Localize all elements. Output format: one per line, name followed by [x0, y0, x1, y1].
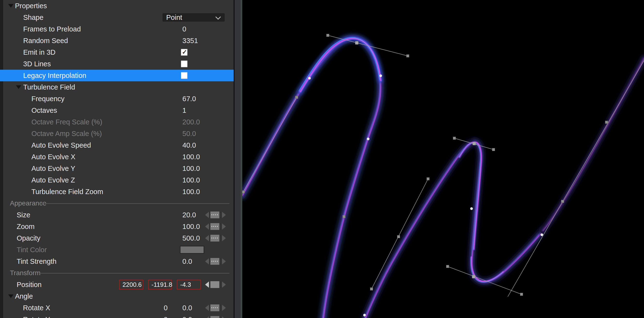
- property-value[interactable]: 100.0: [182, 223, 200, 231]
- path-knot-square[interactable]: [355, 41, 358, 45]
- stepper-right-arrow-icon[interactable]: [222, 212, 226, 218]
- stepper-drag-handle[interactable]: [210, 281, 219, 288]
- stepper-drag-handle[interactable]: ····: [210, 223, 219, 230]
- panel-scrollbar-track[interactable]: [234, 0, 240, 318]
- bezier-handle-square[interactable]: [397, 235, 400, 238]
- stepper-drag-handle[interactable]: ····: [210, 235, 219, 242]
- angle-int-value[interactable]: 0: [145, 304, 168, 312]
- tint-color-swatch[interactable]: [180, 246, 204, 254]
- property-value[interactable]: 50.0: [182, 130, 196, 138]
- row-rotate-x[interactable]: Rotate X00.0····: [0, 302, 234, 314]
- path-point-dot[interactable]: [540, 234, 543, 236]
- path-knot-square[interactable]: [473, 142, 476, 145]
- row-octaves[interactable]: Octaves1: [0, 105, 234, 116]
- row-random-seed[interactable]: Random Seed3351: [0, 35, 234, 47]
- property-value[interactable]: 40.0: [182, 141, 196, 149]
- disclosure-triangle-icon[interactable]: [16, 85, 21, 89]
- path-point-dot[interactable]: [363, 314, 366, 316]
- row-auto-evolve-x[interactable]: Auto Evolve X100.0: [0, 151, 234, 163]
- bezier-handle-line[interactable]: [508, 61, 644, 297]
- stepper-drag-handle[interactable]: ····: [210, 304, 219, 311]
- row-properties[interactable]: Properties: [0, 0, 234, 12]
- row-position[interactable]: Position2200.6-1191.8-4.3: [0, 279, 234, 290]
- row-octave-amp-scale[interactable]: Octave Amp Scale (%)50.0: [0, 128, 234, 139]
- stepper-left-arrow-icon[interactable]: [205, 316, 209, 318]
- checkbox[interactable]: [181, 61, 188, 67]
- row-transform[interactable]: Transform: [0, 267, 234, 279]
- row-auto-evolve-speed[interactable]: Auto Evolve Speed40.0: [0, 139, 234, 151]
- stepper-left-arrow-icon[interactable]: [205, 212, 209, 218]
- stepper-left-arrow-icon[interactable]: [205, 305, 209, 311]
- row-angle[interactable]: Angle: [0, 290, 234, 302]
- property-value[interactable]: 500.0: [182, 234, 200, 242]
- bezier-handle-line[interactable]: [372, 179, 428, 289]
- path-point-dot[interactable]: [380, 75, 382, 77]
- checkbox[interactable]: [181, 72, 188, 79]
- stepper-right-arrow-icon[interactable]: [222, 235, 226, 241]
- bezier-handle-square[interactable]: [343, 215, 346, 218]
- bezier-handle-square[interactable]: [406, 55, 409, 57]
- property-value[interactable]: 20.0: [182, 211, 196, 219]
- position-value-z[interactable]: -4.3: [177, 280, 201, 289]
- row-zoom[interactable]: Zoom100.0····: [0, 221, 234, 232]
- bezier-handle-square[interactable]: [427, 178, 430, 180]
- position-value-x[interactable]: 2200.6: [119, 280, 143, 289]
- row-emit-in-3d[interactable]: Emit in 3D: [0, 47, 234, 58]
- bezier-handle-square[interactable]: [492, 148, 495, 151]
- property-value[interactable]: 100.0: [182, 165, 200, 173]
- property-value[interactable]: 200.0: [182, 118, 200, 126]
- disclosure-triangle-icon[interactable]: [8, 4, 14, 8]
- shape-dropdown[interactable]: Point: [162, 13, 225, 22]
- stepper-right-arrow-icon[interactable]: [222, 258, 226, 264]
- position-value-y[interactable]: -1191.8: [148, 280, 172, 289]
- row-auto-evolve-z[interactable]: Auto Evolve Z100.0: [0, 174, 234, 186]
- property-value[interactable]: 100.0: [182, 153, 200, 161]
- stepper-drag-handle[interactable]: ····: [210, 258, 219, 265]
- stepper-left-arrow-icon[interactable]: [205, 281, 209, 288]
- stepper-left-arrow-icon[interactable]: [205, 258, 209, 264]
- bezier-handle-square[interactable]: [605, 121, 608, 124]
- row-turbulence-field[interactable]: Turbulence Field: [0, 81, 234, 93]
- stepper-left-arrow-icon[interactable]: [205, 235, 209, 241]
- bezier-handle-square[interactable]: [453, 137, 456, 140]
- angle-int-value[interactable]: 0: [145, 315, 168, 318]
- property-value[interactable]: 3351: [182, 37, 198, 45]
- property-value[interactable]: 100.0: [182, 176, 200, 184]
- row-frames-to-preload[interactable]: Frames to Preload0: [0, 23, 234, 35]
- row-turbulence-field-zoom[interactable]: Turbulence Field Zoom100.0: [0, 186, 234, 198]
- row-size[interactable]: Size20.0····: [0, 209, 234, 221]
- checkbox[interactable]: [181, 49, 188, 56]
- property-value[interactable]: 0.0: [182, 257, 192, 265]
- row-legacy-interpolation[interactable]: Legacy Interpolation: [0, 70, 234, 81]
- property-value[interactable]: 100.0: [182, 188, 200, 196]
- path-point-dot[interactable]: [367, 138, 370, 140]
- bezier-handle-square[interactable]: [370, 288, 373, 290]
- row-opacity[interactable]: Opacity500.0····: [0, 232, 234, 244]
- row-tint-strength[interactable]: Tint Strength0.0····: [0, 256, 234, 267]
- property-value[interactable]: 0: [182, 25, 186, 33]
- bezier-handle-square[interactable]: [326, 34, 329, 37]
- row-rotate-y[interactable]: Rotate Y00.0····: [0, 314, 234, 318]
- stepper-drag-handle[interactable]: ····: [210, 316, 219, 318]
- bezier-handle-line[interactable]: [243, 97, 297, 192]
- viewport[interactable]: [242, 0, 644, 318]
- bezier-handle-square[interactable]: [446, 265, 449, 268]
- row-shape[interactable]: ShapePoint: [0, 12, 234, 23]
- row-octave-freq-scale[interactable]: Octave Freq Scale (%)200.0: [0, 116, 234, 128]
- stepper-drag-handle[interactable]: ····: [210, 212, 219, 218]
- row-frequency[interactable]: Frequency67.0: [0, 93, 234, 105]
- viewport-canvas[interactable]: [242, 0, 644, 318]
- row-auto-evolve-y[interactable]: Auto Evolve Y100.0: [0, 163, 234, 174]
- property-value[interactable]: 1: [182, 106, 186, 114]
- bezier-handle-square[interactable]: [296, 96, 298, 99]
- path-point-dot[interactable]: [470, 207, 473, 210]
- bezier-handle-square[interactable]: [242, 191, 245, 193]
- stepper-right-arrow-icon[interactable]: [222, 281, 226, 288]
- property-value[interactable]: 67.0: [182, 95, 196, 103]
- property-value[interactable]: 0.0: [182, 304, 192, 312]
- bezier-handle-square[interactable]: [520, 293, 523, 296]
- bezier-handle-square[interactable]: [562, 200, 564, 203]
- disclosure-triangle-icon[interactable]: [8, 294, 14, 298]
- row-appearance[interactable]: Appearance: [0, 198, 234, 209]
- row-tint-color[interactable]: Tint Color: [0, 244, 234, 256]
